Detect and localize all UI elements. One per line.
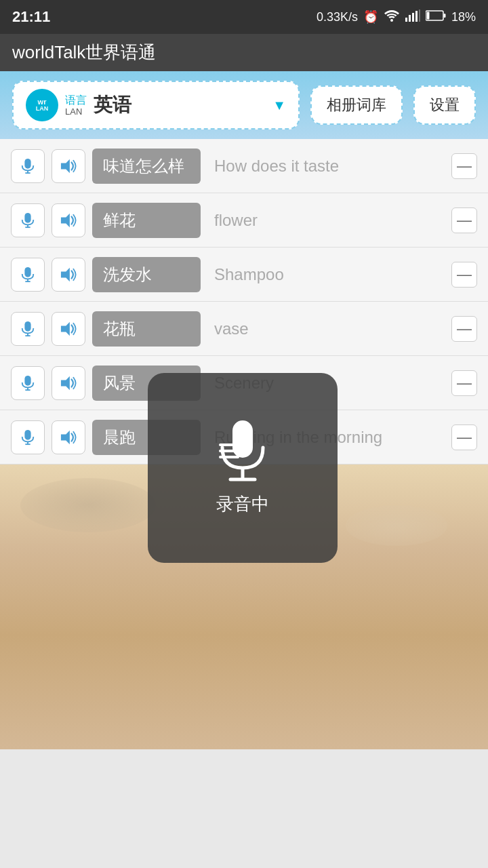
- mic-button[interactable]: [11, 258, 45, 292]
- svg-marker-12: [61, 159, 70, 172]
- svg-marker-32: [61, 430, 70, 443]
- recording-overlay: 录音中: [148, 373, 338, 563]
- delete-button[interactable]: —: [451, 262, 477, 288]
- svg-marker-16: [61, 213, 70, 226]
- chinese-word: 洗发水: [92, 257, 201, 292]
- word-row: 花瓶 vase —: [0, 302, 488, 356]
- chevron-down-icon[interactable]: ▼: [272, 98, 286, 113]
- lang-english-label: LAN: [65, 106, 87, 117]
- settings-button[interactable]: 设置: [413, 85, 476, 125]
- svg-rect-13: [24, 212, 30, 222]
- svg-rect-3: [412, 13, 414, 22]
- recording-status-text: 录音中: [216, 492, 269, 516]
- svg-rect-25: [24, 375, 30, 385]
- svg-rect-9: [24, 158, 30, 168]
- delete-button[interactable]: —: [451, 370, 477, 396]
- status-time: 21:11: [12, 8, 50, 26]
- status-icons: 0.33K/s ⏰: [317, 9, 476, 25]
- mic-button[interactable]: [11, 149, 45, 183]
- battery-icon: [426, 10, 446, 24]
- signal-icon: [405, 9, 420, 25]
- speaker-button[interactable]: [52, 149, 85, 183]
- mic-button[interactable]: [11, 312, 45, 346]
- wifi-icon: [384, 9, 400, 25]
- app-title-bar: worldTalk世界语通: [0, 34, 488, 71]
- delete-button[interactable]: —: [451, 208, 477, 233]
- speaker-button[interactable]: [52, 420, 85, 454]
- lang-chinese-label: 语言: [65, 94, 87, 106]
- selected-language: 英语: [94, 92, 266, 118]
- chinese-word: 鲜花: [92, 203, 201, 238]
- mic-button[interactable]: [11, 420, 45, 454]
- svg-rect-1: [405, 18, 407, 22]
- mic-button[interactable]: [11, 203, 45, 237]
- app-logo: wr LAN: [26, 89, 58, 121]
- recording-mic-area: [212, 420, 273, 481]
- speaker-button[interactable]: [52, 203, 85, 237]
- delete-button[interactable]: —: [451, 153, 477, 179]
- word-row: 味道怎么样 How does it taste —: [0, 139, 488, 193]
- battery-percent: 18%: [451, 10, 476, 24]
- svg-rect-17: [24, 267, 30, 277]
- lang-label-group: 语言 LAN: [65, 94, 87, 117]
- english-word: flower: [207, 211, 445, 230]
- chinese-word: 味道怎么样: [92, 149, 201, 184]
- svg-marker-28: [61, 376, 70, 389]
- english-word: vase: [207, 319, 445, 338]
- network-speed: 0.33K/s: [317, 10, 358, 24]
- svg-rect-2: [409, 15, 411, 22]
- app-title: worldTalk世界语通: [12, 41, 156, 64]
- delete-button[interactable]: —: [451, 425, 477, 450]
- alarm-icon: ⏰: [363, 9, 378, 24]
- english-word: Shampoo: [207, 265, 445, 284]
- sound-waves-icon: [219, 443, 239, 458]
- speaker-button[interactable]: [52, 312, 85, 346]
- language-selector[interactable]: wr LAN 语言 LAN 英语 ▼: [12, 81, 300, 130]
- svg-marker-24: [61, 321, 70, 335]
- header: wr LAN 语言 LAN 英语 ▼ 相册词库 设置: [0, 71, 488, 139]
- svg-rect-7: [443, 14, 445, 18]
- svg-marker-20: [61, 267, 70, 281]
- album-library-button[interactable]: 相册词库: [310, 85, 403, 125]
- svg-point-0: [390, 19, 393, 22]
- svg-rect-8: [426, 12, 429, 19]
- word-row: 鲜花 flower —: [0, 193, 488, 248]
- status-bar: 21:11 0.33K/s ⏰: [0, 0, 488, 34]
- speaker-button[interactable]: [52, 258, 85, 292]
- svg-rect-21: [24, 321, 30, 331]
- english-word: How does it taste: [207, 157, 445, 176]
- speaker-button[interactable]: [52, 366, 85, 400]
- delete-button[interactable]: —: [451, 316, 477, 342]
- svg-rect-5: [419, 9, 420, 22]
- chinese-word: 花瓶: [92, 311, 201, 347]
- svg-rect-4: [415, 11, 418, 22]
- word-row: 洗发水 Shampoo —: [0, 248, 488, 302]
- svg-rect-29: [24, 429, 30, 439]
- mic-button[interactable]: [11, 366, 45, 400]
